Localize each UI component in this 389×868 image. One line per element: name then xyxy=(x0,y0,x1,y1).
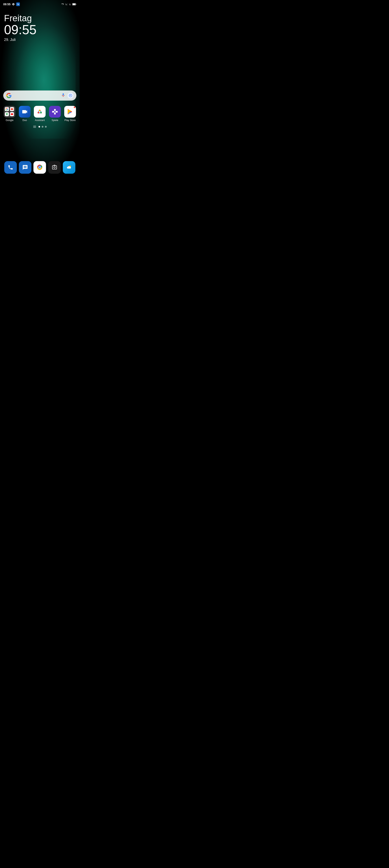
status-left: 09:55 xyxy=(3,2,20,6)
date-display: 29. Juli xyxy=(4,38,76,42)
playstore-label: Play Store xyxy=(64,119,76,122)
gear-icon[interactable] xyxy=(12,3,15,6)
games-label: Spiele xyxy=(52,119,58,122)
status-bar: 09:55 xyxy=(0,0,80,7)
google-folder-icon[interactable] xyxy=(4,106,16,118)
chrome-dock-item[interactable] xyxy=(33,161,46,174)
svg-point-10 xyxy=(39,166,40,168)
playstore-app-item[interactable]: Play Store xyxy=(63,106,77,122)
assistant-label: Assistant xyxy=(35,119,45,122)
svg-rect-13 xyxy=(52,165,57,169)
games-app-item[interactable]: Spiele xyxy=(48,106,62,122)
app-drawer-indicator xyxy=(33,126,36,128)
duo-app-item[interactable]: Duo xyxy=(18,106,32,122)
svg-rect-2 xyxy=(76,4,76,4)
svg-rect-1 xyxy=(73,4,75,5)
status-time: 09:55 xyxy=(3,3,10,6)
svg-point-7 xyxy=(39,110,41,111)
signal-icon-2 xyxy=(69,3,72,5)
time-display: 09:55 xyxy=(4,23,76,37)
svg-point-12 xyxy=(54,166,55,168)
page-line-2 xyxy=(33,126,36,127)
page-indicators xyxy=(0,123,80,130)
messages-dock-item[interactable] xyxy=(19,161,31,174)
notification-dot xyxy=(74,106,76,108)
app-grid-section: Google Duo Assistant xyxy=(0,103,80,123)
google-logo xyxy=(6,93,12,98)
page-line-3 xyxy=(33,127,36,128)
playstore-icon[interactable] xyxy=(64,106,76,118)
signal-icon-1 xyxy=(65,3,68,5)
app-grid: Google Duo Assistant xyxy=(2,106,78,122)
day-name: Freitag xyxy=(4,13,76,23)
page-dot-2[interactable] xyxy=(42,126,44,127)
page-dot-3[interactable] xyxy=(45,126,47,127)
assistant-app-item[interactable]: Assistant xyxy=(33,106,47,122)
wifi-icon xyxy=(61,3,64,5)
google-search-bar[interactable] xyxy=(3,91,76,101)
maps-mini-icon xyxy=(5,112,9,116)
gmail-mini-icon xyxy=(10,107,14,111)
camera-dock-item[interactable] xyxy=(48,161,61,174)
duo-label: Duo xyxy=(23,119,27,122)
google-mini-icon xyxy=(5,107,9,111)
svg-point-6 xyxy=(40,112,42,114)
duo-icon[interactable] xyxy=(19,106,31,118)
datetime-widget: Freitag 09:55 29. Juli xyxy=(0,7,80,44)
svg-point-5 xyxy=(38,112,39,114)
voice-search-button[interactable] xyxy=(61,93,65,98)
google-folder-label: Google xyxy=(6,119,13,122)
weather-dock-item[interactable] xyxy=(63,161,75,174)
games-icon[interactable] xyxy=(49,106,61,118)
battery-icon xyxy=(72,3,76,5)
youtube-mini-icon xyxy=(10,112,14,116)
broadcast-icon xyxy=(16,2,20,6)
google-folder-item[interactable]: Google xyxy=(3,106,17,122)
page-dot-1-active[interactable] xyxy=(38,126,40,127)
lens-search-button[interactable] xyxy=(67,93,74,99)
dock xyxy=(0,158,80,178)
wallpaper-art-area xyxy=(0,44,80,89)
assistant-icon[interactable] xyxy=(34,106,46,118)
page-line-1 xyxy=(33,126,36,126)
status-right xyxy=(61,3,76,5)
phone-dock-item[interactable] xyxy=(4,161,17,174)
